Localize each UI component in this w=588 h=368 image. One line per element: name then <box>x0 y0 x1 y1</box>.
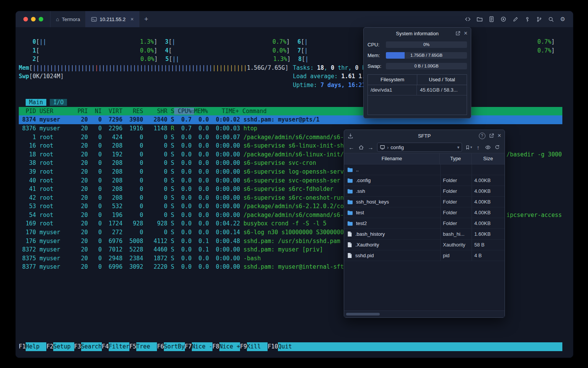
fkey-f10[interactable]: F10 <box>268 342 278 351</box>
fkey-f5[interactable]: F5 <box>129 342 136 351</box>
upload-icon[interactable]: ↑ <box>474 143 482 151</box>
cpu-meter-label: 7 <box>297 46 301 55</box>
record-icon[interactable] <box>498 14 508 24</box>
fkey-f8[interactable]: F8 <box>212 342 219 351</box>
fkey-f9[interactable]: F9 <box>240 342 247 351</box>
fkey-f7-label[interactable]: Nice - <box>192 342 212 351</box>
file-type: Xauthority <box>440 240 472 250</box>
fkey-f2-label[interactable]: Setup <box>53 342 74 351</box>
fkey-f5-label[interactable]: Tree <box>136 342 157 351</box>
fkey-f7[interactable]: F7 <box>185 342 192 351</box>
fkey-f9-label[interactable]: Kill <box>247 342 268 351</box>
code-icon[interactable] <box>463 14 473 24</box>
panel-title-text: System information <box>396 31 438 36</box>
bookmark-icon[interactable]: ▾ <box>464 143 473 151</box>
horizontal-scrollbar[interactable] <box>344 310 505 317</box>
folder-icon[interactable] <box>475 14 485 24</box>
forward-icon[interactable]: → <box>366 143 375 151</box>
help-icon[interactable]: ? <box>479 133 485 139</box>
refresh-icon[interactable] <box>493 143 501 151</box>
used-total-column-header[interactable]: Used / Total <box>417 75 467 85</box>
file-row[interactable]: test2Folder4.00KB <box>344 218 505 229</box>
mem-usage-value: 1.75GB / 7.65GB <box>386 52 467 59</box>
new-tab-button[interactable]: + <box>139 11 153 27</box>
file-type: Folder <box>440 186 472 196</box>
search-icon[interactable] <box>546 14 556 24</box>
fkey-f6-label[interactable]: SortBy <box>164 342 185 351</box>
back-icon[interactable]: ← <box>347 143 356 151</box>
process-command: s6-supervise s6rc-fdholder <box>243 186 333 192</box>
log-icon[interactable] <box>487 14 497 24</box>
popout-icon[interactable] <box>489 133 494 138</box>
column-headers[interactable]: MEM% TIME+ Command <box>194 108 267 115</box>
fkey-f1[interactable]: F1 <box>19 342 26 351</box>
file-row[interactable]: .configFolder4.00KB <box>344 175 505 186</box>
branch-icon[interactable] <box>534 14 544 24</box>
file-row[interactable]: sshd.pidpid4 B <box>344 250 505 261</box>
file-size: 58 B <box>472 240 505 250</box>
download-icon[interactable] <box>348 133 353 139</box>
fkey-f3[interactable]: F3 <box>74 342 81 351</box>
process-stats: 0.0 0.0 0:00.00 <box>174 186 243 192</box>
settings-icon[interactable]: ⚙ <box>558 14 568 24</box>
process-stats: 0.0 0.0 0:04.22 <box>174 220 243 227</box>
file-size: 4.00KB <box>472 186 505 196</box>
popout-icon[interactable] <box>455 31 461 36</box>
tab-session-10-211-55-2[interactable]: 10.211.55.2 × <box>85 11 139 27</box>
minimize-window-button[interactable] <box>31 17 36 21</box>
tab-termora[interactable]: ⌂ Termora <box>50 11 85 27</box>
process-command: s6-supervise svc-cron <box>243 159 316 166</box>
htop-tab-main[interactable]: Main <box>26 99 46 106</box>
cpu-meter-bars: | <box>305 55 309 64</box>
filesystem-row[interactable]: /dev/vda145.61GB / 58.3... <box>368 85 467 95</box>
fkey-f3-label[interactable]: Search <box>81 342 102 351</box>
path-breadcrumb[interactable]: › config ▾ <box>377 143 462 152</box>
file-name: .. <box>356 167 359 172</box>
file-icon <box>347 231 352 237</box>
scrollbar-thumb[interactable] <box>346 313 380 315</box>
current-directory: config <box>390 145 404 150</box>
close-icon[interactable]: × <box>498 133 501 139</box>
fkey-f4[interactable]: F4 <box>102 342 109 351</box>
chevron-down-icon[interactable]: ▾ <box>457 145 459 150</box>
size-column-header[interactable]: Size <box>471 153 505 164</box>
process-fields: 16 root 20 0 208 0 0 <box>19 142 171 149</box>
file-table-header: Filename Type Size <box>344 153 505 164</box>
fkey-f6[interactable]: F6 <box>157 342 164 351</box>
file-row[interactable]: .sshFolder4.00KB <box>344 186 505 197</box>
zoom-window-button[interactable] <box>39 17 43 21</box>
column-headers[interactable]: PID USER PRI NI VIRT RES SHR S <box>19 108 174 115</box>
file-row[interactable]: ssh_host_keysFolder4.00KB <box>344 197 505 207</box>
mem-label: Mem: <box>368 53 386 58</box>
process-row[interactable]: 8374 myuser 20 0 7296 3980 2840 S 0.7 0.… <box>19 115 562 124</box>
filename-column-header[interactable]: Filename <box>344 153 439 164</box>
cpu-meter-1: 1[0.0%] <box>33 46 157 55</box>
file-row[interactable]: .. <box>344 164 505 175</box>
file-row[interactable]: .bash_historybash_hi...1.60KB <box>344 229 505 240</box>
show-hidden-eye-icon[interactable] <box>483 143 492 151</box>
home-icon[interactable] <box>357 143 365 151</box>
type-column-header[interactable]: Type <box>439 153 471 164</box>
pencil-icon[interactable] <box>510 14 520 24</box>
fkey-f4-label[interactable]: Filter <box>109 342 129 351</box>
close-icon[interactable]: × <box>464 30 467 36</box>
fkey-f10-label[interactable]: Quit <box>278 342 299 351</box>
fkey-f2[interactable]: F2 <box>46 342 53 351</box>
close-window-button[interactable] <box>23 17 28 21</box>
filesystem-column-header[interactable]: Filesystem <box>368 75 417 85</box>
process-stats: 0.0 0.0 0:00.07 <box>174 134 243 141</box>
process-stats: 0.0 0.0 0:00.00 <box>174 177 243 184</box>
key-icon[interactable] <box>522 14 532 24</box>
file-row[interactable]: .XauthorityXauthority58 B <box>344 240 505 250</box>
htop-tab-io[interactable]: I/O <box>50 99 67 106</box>
file-name: test2 <box>356 220 367 226</box>
fkey-f1-label[interactable]: Help <box>26 342 46 351</box>
home-icon: ⌂ <box>56 16 59 22</box>
column-header-cpu-sort[interactable]: CPU%▽ <box>174 108 194 115</box>
fkey-f8-label[interactable]: Nice + <box>219 342 240 351</box>
cpu-meters-row: 0[||1.3%]3[|0.7%]6[|0.0%]9[|0.7%] <box>19 38 562 46</box>
file-row[interactable]: testFolder4.00KB <box>344 207 505 218</box>
tab-close-icon[interactable]: × <box>131 16 134 22</box>
process-command: -bash <box>243 255 261 262</box>
cpu-meter-bars: | <box>304 46 308 55</box>
